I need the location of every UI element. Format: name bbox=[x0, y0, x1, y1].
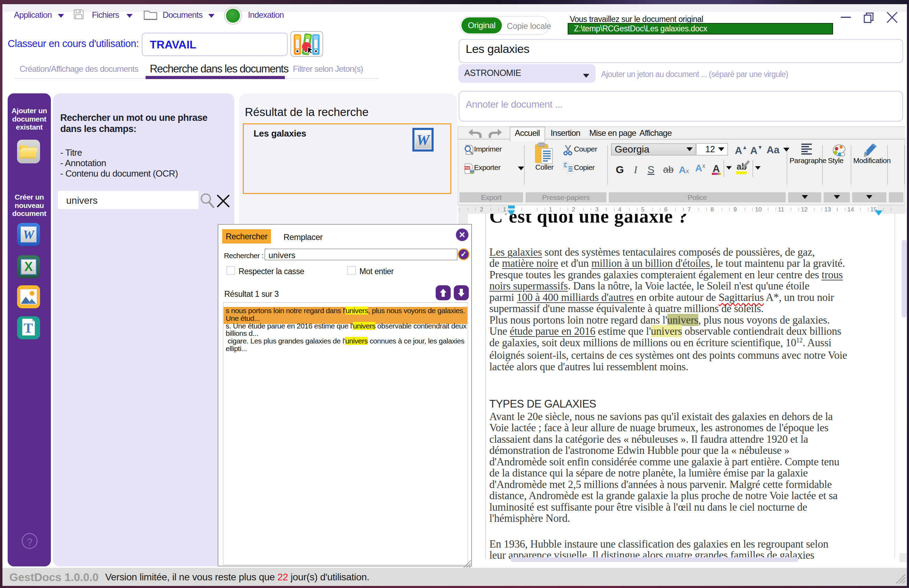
svg-text:T: T bbox=[24, 320, 33, 336]
svg-text:PDF: PDF bbox=[465, 166, 470, 170]
